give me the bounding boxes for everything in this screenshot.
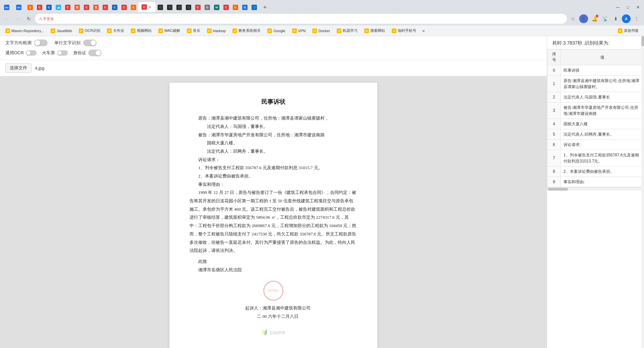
- tab-favicon: C: [223, 5, 229, 10]
- table-row: 6诉讼请求:: [547, 140, 644, 150]
- tab-favicon: G: [242, 5, 248, 10]
- tab[interactable]: C: [221, 3, 231, 12]
- bookmark-icon: 📁: [364, 28, 369, 33]
- tab[interactable]: C: [101, 3, 110, 12]
- bookmark-music[interactable]: 📁 音乐: [184, 27, 203, 35]
- tab-favicon: C: [84, 5, 89, 10]
- tab-favicon: G: [205, 5, 210, 10]
- tab[interactable]: C: [44, 3, 54, 12]
- panel-scrollbar[interactable]: [641, 36, 644, 348]
- browser-window: On On b C C ☁ C 简 C 简 C: [0, 0, 644, 348]
- horizontal-scrollbar[interactable]: [547, 187, 644, 191]
- bookmark-ocr[interactable]: 📁 OCR识别: [76, 27, 103, 35]
- bookmark-label: 视频网站: [137, 28, 152, 33]
- tab[interactable]: C: [193, 3, 203, 12]
- download-icon[interactable]: ⬇: [611, 14, 621, 23]
- text-direction-toggle[interactable]: [34, 40, 48, 46]
- tab[interactable]: On: [1, 3, 13, 12]
- document-footer: 湘中建筑 起诉人：湘潭县湘中建筑有限公司 二 00 六年十二月八日: [190, 281, 357, 321]
- bookmark-other[interactable]: 📁 其他书签: [615, 27, 641, 35]
- bookmark-vpn[interactable]: 📁 VPN: [289, 27, 309, 35]
- bookmark-search[interactable]: 📁 搜索网站: [362, 27, 388, 35]
- doc-para-11: 此致: [190, 258, 357, 266]
- avatar[interactable]: A: [622, 14, 631, 23]
- notification-icon[interactable]: 🔔 1: [590, 14, 599, 23]
- tab[interactable]: b: [129, 3, 138, 12]
- tab[interactable]: ⚫: [184, 3, 193, 12]
- tab[interactable]: 简: [91, 3, 101, 12]
- tab-favicon: b: [28, 5, 33, 10]
- bookmark-label: Google: [273, 29, 285, 33]
- bookmark-video[interactable]: 📁 视频网站: [128, 27, 154, 35]
- bookmark-javaweb[interactable]: 📁 JavaWeb: [48, 27, 75, 35]
- tab[interactable]: ⚫: [165, 3, 174, 12]
- tab[interactable]: 简: [72, 3, 82, 12]
- tab-active[interactable]: C ✕: [138, 2, 156, 12]
- tab-favicon: On: [16, 5, 21, 10]
- bookmark-star-icon[interactable]: ☆: [568, 14, 578, 23]
- bookmark-mac[interactable]: 📁 MAC破解: [156, 27, 182, 35]
- row-index: 5: [547, 129, 561, 140]
- bookmark-icon: 📁: [158, 28, 163, 33]
- tab[interactable]: C: [110, 3, 119, 12]
- controls-row-2: 通用OCR 火车票 身份证: [0, 48, 547, 60]
- row-index: 3: [547, 102, 561, 119]
- bookmark-label: 教务系统相关: [238, 28, 261, 33]
- forward-button[interactable]: →: [13, 14, 23, 23]
- bookmark-docker[interactable]: 📁 Docker: [310, 27, 333, 35]
- result-table-wrap: 序号 值 0民事诉状1原告:湘潭县湘中建筑有限公司,住所地:湘潭县谭家山镇寨陂村…: [547, 49, 644, 348]
- row-index: 1: [547, 76, 561, 92]
- select-file-button[interactable]: 选择文件: [5, 63, 32, 73]
- train-toggle[interactable]: [57, 50, 68, 56]
- bookmark-icon: 📁: [337, 28, 341, 33]
- tab[interactable]: G: [203, 3, 212, 12]
- maximize-button[interactable]: □: [623, 3, 633, 12]
- minimize-button[interactable]: ─: [613, 3, 623, 12]
- tab-favicon: 🌐: [252, 5, 257, 10]
- profile-icon[interactable]: 👤: [579, 14, 588, 23]
- ocr-toggle[interactable]: [26, 50, 37, 56]
- tab[interactable]: 🌐: [250, 3, 259, 12]
- refresh-button[interactable]: ↻: [24, 14, 34, 23]
- tab[interactable]: b: [25, 3, 35, 12]
- bookmark-google[interactable]: 📁 Google: [265, 27, 288, 35]
- row-value: 法定代表人:邱网舟,董事长。: [561, 129, 644, 140]
- bookmark-hadoop[interactable]: 📁 Hadoop: [204, 27, 229, 35]
- ocr-control: 通用OCR: [5, 50, 37, 56]
- bookmark-icon: 📁: [312, 28, 317, 33]
- tab-favicon: 简: [93, 5, 99, 10]
- tab[interactable]: ⚫: [174, 3, 184, 12]
- address-bar: ← → ↻ ⚠ 不安全 ☆ 👤 🔔 1 📡 ⬇ A ⋮: [0, 12, 644, 25]
- tab[interactable]: G: [240, 3, 250, 12]
- tab[interactable]: C: [119, 3, 129, 12]
- tab-close[interactable]: ✕: [148, 5, 152, 9]
- tab[interactable]: C: [63, 3, 72, 12]
- tab[interactable]: C: [35, 3, 44, 12]
- menu-button[interactable]: ⋮: [632, 14, 641, 23]
- document-area: 民事诉状 原告：湘潭县湘中建筑有限公司，住所地：湘潭县谭家山镇寨陂村， 法定代表…: [0, 76, 547, 348]
- doc-para-7: 1、判令被告支付工程款 356787.6 元及逾期付款利息 31015.7 元。: [190, 164, 357, 172]
- tab[interactable]: ☁: [54, 3, 63, 12]
- bookmark-homework[interactable]: 📁 大作业: [104, 27, 127, 35]
- bookmark-maven[interactable]: 📁 Maven Repository...: [3, 27, 47, 35]
- tab[interactable]: C: [82, 3, 91, 12]
- cast-icon[interactable]: 📡: [600, 14, 610, 23]
- address-input-wrap[interactable]: ⚠ 不安全: [35, 14, 567, 24]
- tab[interactable]: ⚫: [156, 3, 165, 12]
- new-tab-button[interactable]: +: [260, 3, 270, 12]
- single-line-toggle[interactable]: [83, 40, 97, 46]
- tab[interactable]: M: [212, 3, 221, 12]
- row-value: 国税大厦八楼: [561, 119, 644, 129]
- table-row: 3被告:湘潭市华厦房地产开发有限公司,住所地:湘潭市建设南路: [547, 102, 644, 119]
- bookmark-phone[interactable]: 📁 临时手机号: [389, 27, 419, 35]
- bookmark-edu[interactable]: 📁 教务系统相关: [230, 27, 263, 35]
- bookmark-more[interactable]: »: [420, 27, 427, 34]
- id-toggle[interactable]: [88, 50, 102, 56]
- result-header: 耗时:3.7837秒 ,识别结果为:: [547, 36, 644, 49]
- close-button[interactable]: ✕: [633, 3, 643, 12]
- tab[interactable]: On: [13, 3, 25, 12]
- tab[interactable]: b: [231, 3, 240, 12]
- back-button[interactable]: ←: [3, 14, 12, 23]
- single-line-control: 单行文字识别: [54, 40, 97, 46]
- bookmark-ml[interactable]: 📁 机器学习: [334, 27, 360, 35]
